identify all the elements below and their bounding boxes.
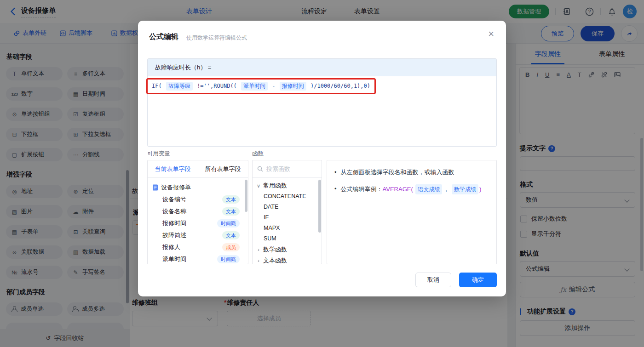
field-chip: 语文成绩 xyxy=(415,184,442,194)
chevron-right-icon: › xyxy=(256,247,261,252)
type-badge: 文本 xyxy=(222,195,240,204)
function-search[interactable]: 搜索函数 xyxy=(253,160,322,178)
form-root-node[interactable]: 设备报修单 xyxy=(152,182,244,193)
tab-all-form-fields[interactable]: 所有表单字段 xyxy=(198,160,248,177)
group-math-functions[interactable]: › 数学函数 xyxy=(253,244,322,255)
group-common-functions[interactable]: ∨ 常用函数 xyxy=(253,180,322,191)
example-function: AVERAGE( xyxy=(383,186,413,193)
field-chip[interactable]: 报修时间 xyxy=(280,82,306,91)
variable-row[interactable]: 派单时间时间戳 xyxy=(152,253,244,264)
modal-title: 公式编辑 xyxy=(149,32,178,42)
tip-line: • 从左侧面板选择字段名和函数，或输入函数 xyxy=(327,168,496,177)
formula-input-area[interactable]: IF( 故障等级 !='',ROUND(( 派单时间 - 报修时间 )/1000… xyxy=(148,76,496,146)
function-item[interactable]: DATE xyxy=(253,202,322,212)
field-chip[interactable]: 派单时间 xyxy=(241,82,268,91)
formula-editor: 故障响应时长（h） = IF( 故障等级 !='',ROUND(( 派单时间 -… xyxy=(147,58,497,147)
chevron-right-icon: › xyxy=(256,258,261,263)
type-badge: 时间戳 xyxy=(217,255,240,263)
bullet-icon: • xyxy=(334,184,337,194)
field-chip[interactable]: 故障等级 xyxy=(166,82,193,91)
function-item[interactable]: MAPX xyxy=(253,223,322,233)
formula-target: 故障响应时长（h） = xyxy=(148,59,496,76)
confirm-button[interactable]: 确定 xyxy=(459,273,497,287)
close-icon[interactable]: × xyxy=(488,29,494,39)
variable-row[interactable]: 报修时间时间戳 xyxy=(152,217,244,229)
bullet-icon: • xyxy=(334,168,337,177)
type-badge: 成员 xyxy=(222,243,240,251)
search-icon xyxy=(257,166,263,172)
variables-tabs: 当前表单字段 所有表单字段 xyxy=(148,160,248,178)
document-icon xyxy=(152,184,158,191)
variable-row[interactable]: 设备名称文本 xyxy=(152,205,244,217)
variable-row[interactable]: 设备编号文本 xyxy=(152,193,244,205)
chevron-down-icon: ∨ xyxy=(256,183,261,189)
field-chip: 数学成绩 xyxy=(452,184,478,194)
tip-example-line: • 公式编辑举例：AVERAGE( 语文成绩， 数学成绩) xyxy=(327,184,496,194)
function-item[interactable]: CONCATENATE xyxy=(253,191,322,202)
variable-row[interactable]: 报修人成员 xyxy=(152,241,244,253)
variables-panel: 当前表单字段 所有表单字段 设备报修单 设备编号文本 设备名称文本 报修时间时间… xyxy=(147,160,248,264)
functions-label: 函数 xyxy=(252,150,264,158)
type-badge: 文本 xyxy=(222,231,240,239)
tab-current-form-fields[interactable]: 当前表单字段 xyxy=(148,160,198,177)
functions-scrollbar[interactable] xyxy=(318,180,321,233)
function-item[interactable]: SUM xyxy=(253,233,322,244)
type-badge: 文本 xyxy=(222,207,240,216)
variables-label: 可用变量 xyxy=(147,150,170,158)
variable-row[interactable]: 故障简述文本 xyxy=(152,229,244,241)
type-badge: 时间戳 xyxy=(217,219,240,228)
app-root: 设备报修单 表单设计 流程设定 表单设置 数据管理 ? xyxy=(0,0,644,347)
search-placeholder: 搜索函数 xyxy=(266,165,290,173)
variables-scrollbar[interactable] xyxy=(245,180,247,212)
functions-panel: 搜索函数 ∨ 常用函数 CONCATENATE DATE IF MAPX SUM… xyxy=(252,160,322,264)
cancel-button[interactable]: 取消 xyxy=(415,273,451,287)
annotation-red-box: IF( 故障等级 !='',ROUND(( 派单时间 - 报修时间 )/1000… xyxy=(146,78,376,94)
function-item[interactable]: IF xyxy=(253,212,322,223)
formula-edit-modal: 公式编辑 使用数学运算符编辑公式 × 故障响应时长（h） = IF( 故障等级 … xyxy=(138,21,506,296)
group-text-functions[interactable]: › 文本函数 xyxy=(253,255,322,264)
modal-subtitle: 使用数学运算符编辑公式 xyxy=(186,34,247,42)
tips-panel: • 从左侧面板选择字段名和函数，或输入函数 • 公式编辑举例：AVERAGE( … xyxy=(327,160,497,264)
variables-tree: 设备报修单 设备编号文本 设备名称文本 报修时间时间戳 故障简述文本 报修人成员… xyxy=(148,178,248,264)
